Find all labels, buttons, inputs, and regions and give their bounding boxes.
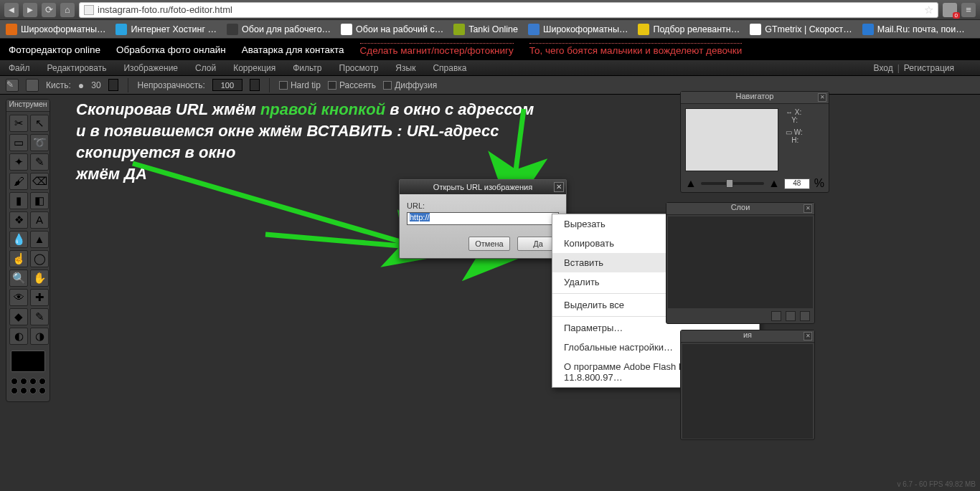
bookmark-item[interactable]: Обои на рабочий с… <box>341 24 443 35</box>
move-tool-icon[interactable]: ↖ <box>30 115 49 132</box>
layer-delete-icon[interactable] <box>800 311 810 321</box>
menu-filter[interactable]: Фильтр <box>293 63 321 73</box>
shape-tool-icon[interactable]: ◆ <box>9 308 28 325</box>
dialog-title[interactable]: Открыть URL изображения ✕ <box>400 180 566 194</box>
blur-tool-icon[interactable]: 💧 <box>9 231 28 248</box>
menu-file[interactable]: Файл <box>9 63 30 73</box>
history-list[interactable] <box>682 344 813 439</box>
tools-panel-title: Инструмен <box>6 100 50 112</box>
bookmark-item[interactable]: Интернет Хостинг … <box>116 24 217 35</box>
lasso-tool-icon[interactable]: ➰ <box>30 134 49 151</box>
page-icon <box>84 5 94 15</box>
sponge-tool-icon[interactable]: ◯ <box>30 250 49 267</box>
menu-adjust[interactable]: Коррекция <box>233 63 275 73</box>
bookmark-item[interactable]: Широкоформатны… <box>528 24 628 35</box>
panel-close-icon[interactable]: ✕ <box>818 93 826 102</box>
clone-tool-icon[interactable]: ❖ <box>9 211 28 229</box>
panel-close-icon[interactable]: ✕ <box>804 204 812 213</box>
bookmark-item[interactable]: Подбор релевантн… <box>638 24 740 35</box>
register-link[interactable]: Регистрация <box>904 63 954 73</box>
bookmark-item[interactable]: Широкоформатны… <box>6 24 105 35</box>
burn-tool-icon[interactable]: ◑ <box>30 328 49 345</box>
zoom-slider[interactable]: ▲ ▲ 48 % <box>681 176 829 191</box>
eraser-tool-icon[interactable]: ⌫ <box>30 173 49 190</box>
bookmark-star-icon[interactable]: ☆ <box>924 4 933 16</box>
brush-label: Кисть: <box>46 80 71 90</box>
zoom-tool-icon[interactable]: 🔍 <box>9 270 28 287</box>
cancel-button[interactable]: Отмена <box>468 237 510 251</box>
url-label: URL: <box>407 201 559 210</box>
redeye-tool-icon[interactable]: 👁 <box>9 289 28 306</box>
text-tool-icon[interactable]: A <box>30 211 49 229</box>
dialog-close-icon[interactable]: ✕ <box>554 182 564 192</box>
extension-icon[interactable]: 0 <box>943 3 957 17</box>
nav-link[interactable]: Обработка фото онлайн <box>116 44 226 55</box>
opacity-input[interactable] <box>212 79 242 91</box>
hand-tool-icon[interactable]: ✋ <box>30 270 49 287</box>
browser-menu-button[interactable]: ≡ <box>961 3 976 17</box>
site-nav: Фоторедактор online Обработка фото онлай… <box>0 39 980 60</box>
tools-panel: Инструмен ✂ ↖ ▭ ➰ ✦ ✎ 🖌 ⌫ ▮ ◧ ❖ A 💧 ▲ ☝ … <box>6 99 50 402</box>
marquee-tool-icon[interactable]: ▭ <box>9 134 28 151</box>
gradient-tool-icon[interactable]: ◧ <box>30 192 49 209</box>
bookmark-item[interactable]: Tanki Online <box>453 24 518 35</box>
crop-tool-icon[interactable]: ✂ <box>9 115 28 132</box>
wand-tool-icon[interactable]: ✦ <box>9 153 28 171</box>
workspace: Инструмен ✂ ↖ ▭ ➰ ✦ ✎ 🖌 ⌫ ▮ ◧ ❖ A 💧 ▲ ☝ … <box>0 95 980 491</box>
menu-view[interactable]: Просмотр <box>339 63 379 73</box>
navigator-info: ↔ X: Y: ▭ W: H: <box>783 104 829 176</box>
hardtip-checkbox[interactable]: Hard tip <box>279 80 321 90</box>
bookmark-item[interactable]: GTmetrix | Скорост… <box>750 24 852 35</box>
reload-button[interactable]: ⟳ <box>42 3 56 17</box>
brush-dropdown[interactable] <box>108 79 118 91</box>
history-panel: ия✕ <box>680 330 815 440</box>
nav-link-highlight[interactable]: Сделать магнит/постер/фотокнигу <box>360 43 514 56</box>
menu-lang[interactable]: Язык <box>395 63 415 73</box>
fill-tool-icon[interactable]: ▮ <box>9 192 28 209</box>
browser-toolbar: ◄ ► ⟳ ⌂ instagram-foto.ru/foto-editor.ht… <box>0 0 980 20</box>
menu-help[interactable]: Справка <box>433 63 466 73</box>
pencil-tool-icon[interactable]: ✎ <box>30 153 49 171</box>
nav-link[interactable]: Фоторедактор online <box>9 44 100 55</box>
dropper-tool-icon[interactable] <box>26 79 39 92</box>
menu-edit[interactable]: Редактировать <box>47 63 107 73</box>
dodge-tool-icon[interactable]: ◐ <box>9 328 28 345</box>
layer-new-icon[interactable] <box>771 311 781 321</box>
panel-close-icon[interactable]: ✕ <box>804 332 812 340</box>
menu-layer[interactable]: Слой <box>195 63 216 73</box>
url-input[interactable]: http:// <box>407 212 559 225</box>
login-link[interactable]: Вход <box>874 63 893 73</box>
instruction-overlay: Скопировав URL жмём правой кнопкой в окн… <box>76 99 564 185</box>
zoom-value[interactable]: 48 <box>784 178 810 189</box>
nav-link[interactable]: Аватарка для контакта <box>242 44 344 55</box>
layers-list[interactable] <box>668 216 813 308</box>
color-presets[interactable] <box>6 375 50 397</box>
back-button[interactable]: ◄ <box>4 3 19 17</box>
brush-tool-icon[interactable]: 🖌 <box>9 173 28 190</box>
smudge-tool-icon[interactable]: ☝ <box>9 250 28 267</box>
bookmark-item[interactable]: Обои для рабочего… <box>227 24 331 35</box>
forward-button[interactable]: ► <box>23 3 37 17</box>
home-button[interactable]: ⌂ <box>60 3 75 17</box>
heal-tool-icon[interactable]: ✚ <box>30 289 49 306</box>
menu-image[interactable]: Изображение <box>123 63 178 73</box>
url-text: instagram-foto.ru/foto-editor.html <box>98 4 232 15</box>
extension-badge: 0 <box>953 12 960 19</box>
diffuse-checkbox[interactable]: Диффузия <box>383 80 437 90</box>
bookmark-item[interactable]: Mail.Ru: почта, пои… <box>862 24 965 35</box>
navigator-preview[interactable] <box>685 108 778 171</box>
sharpen-tool-icon[interactable]: ▲ <box>30 231 49 248</box>
opacity-dropdown[interactable] <box>250 79 260 91</box>
open-url-dialog: Открыть URL изображения ✕ URL: http:// О… <box>399 179 567 259</box>
address-bar[interactable]: instagram-foto.ru/foto-editor.html ☆ <box>79 2 938 18</box>
nav-link-highlight[interactable]: То, чего боятся мальчики и вожделеют дев… <box>529 43 742 56</box>
color-swatch[interactable] <box>11 351 45 372</box>
layer-copy-icon[interactable] <box>786 311 796 321</box>
editor-menubar: Файл Редактировать Изображение Слой Корр… <box>0 60 980 76</box>
brush-size-value[interactable]: 30 <box>91 80 100 90</box>
brush-tool-icon[interactable]: ✎ <box>6 79 19 92</box>
scatter-checkbox[interactable]: Рассеять <box>328 80 376 90</box>
bookmarks-bar: Широкоформатны… Интернет Хостинг … Обои … <box>0 20 980 39</box>
options-bar: ✎ Кисть: ● 30 Непрозрачность: Hard tip Р… <box>0 76 980 95</box>
dropper-tool-icon[interactable]: ✎ <box>30 308 49 325</box>
